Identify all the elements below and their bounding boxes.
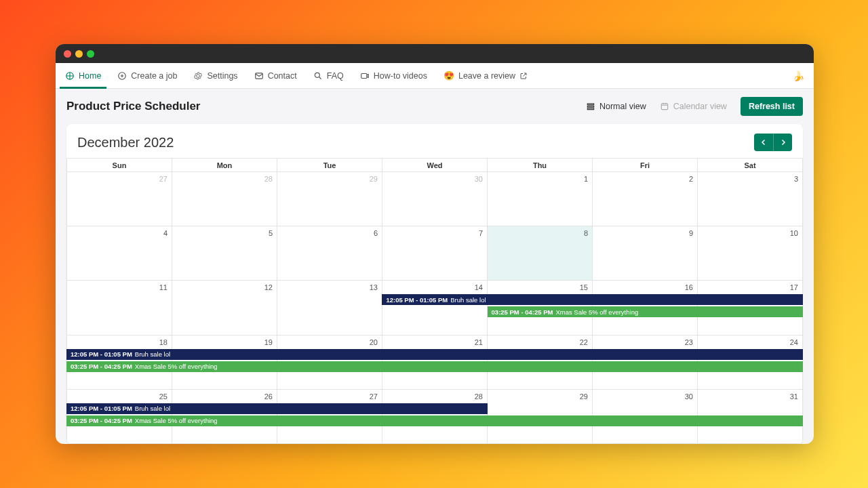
day-number: 14 (475, 283, 483, 291)
close-icon[interactable] (64, 50, 71, 58)
day-number: 29 (370, 175, 378, 183)
view-calendar[interactable]: Calendar view (660, 102, 727, 111)
navbar: Home Create a job Settings Contact FAQ (56, 63, 814, 89)
day-number: 17 (790, 283, 798, 291)
nav-create[interactable]: Create a job (117, 63, 177, 88)
day-number: 28 (264, 175, 273, 183)
page-title: Product Price Scheduler (66, 100, 579, 113)
event-time: 12:05 PM - 01:05 PM (386, 296, 448, 304)
calendar-cell[interactable]: 12 (172, 281, 277, 334)
svg-rect-6 (587, 106, 593, 107)
calendar-event[interactable]: 12:05 PM - 01:05 PMBruh sale lol (66, 349, 803, 360)
nav-settings-label: Settings (207, 71, 237, 81)
calendar-event[interactable]: 03:25 PM - 04:25 PMXmas Sale 5% off ever… (488, 306, 803, 317)
calendar-cell[interactable]: 4 (66, 226, 172, 280)
dow-header: Wed (382, 159, 488, 172)
view-normal[interactable]: Normal view (586, 102, 646, 111)
calendar-cell[interactable]: 9 (593, 226, 698, 280)
day-number: 20 (370, 338, 378, 346)
nav-faq-label: FAQ (327, 71, 344, 81)
dow-header: Tue (277, 159, 382, 172)
day-number: 22 (580, 338, 588, 346)
chevron-right-icon (779, 138, 787, 146)
dow-header: Sat (698, 159, 803, 172)
day-number: 31 (790, 392, 798, 401)
refresh-button[interactable]: Refresh list (741, 97, 803, 116)
mail-icon (254, 71, 264, 81)
event-title: Xmas Sale 5% off everything (555, 308, 638, 316)
day-number: 2 (689, 175, 693, 183)
calendar-cell[interactable]: 10 (698, 226, 803, 280)
dow-header: Sun (66, 159, 172, 172)
day-number: 15 (580, 283, 588, 291)
calendar-cell[interactable]: 2 (593, 172, 698, 226)
prev-month-button[interactable] (754, 134, 773, 151)
event-title: Bruh sale lol (135, 350, 170, 358)
gear-icon (193, 71, 203, 81)
nav-review-label: Leave a review (458, 71, 515, 81)
dow-header: Thu (488, 159, 593, 172)
titlebar (56, 44, 814, 63)
calendar-event[interactable]: 03:25 PM - 04:25 PMXmas Sale 5% off ever… (66, 361, 803, 372)
calendar-cell[interactable]: 13 (277, 281, 382, 334)
nav-review[interactable]: 😍 Leave a review (443, 63, 528, 88)
event-time: 03:25 PM - 04:25 PM (71, 417, 132, 424)
calendar-cell[interactable]: 29 (277, 172, 382, 226)
video-icon (360, 71, 370, 81)
calendar-cell[interactable]: 5 (172, 226, 277, 280)
calendar-cell[interactable]: 14 (382, 281, 488, 334)
calendar-week: 45678910 (66, 226, 803, 281)
calendar-cell[interactable]: 6 (277, 226, 382, 280)
calendar-cell[interactable]: 7 (382, 226, 488, 280)
event-time: 03:25 PM - 04:25 PM (71, 363, 132, 370)
calendar-card: December 2022 SunMonTueWedThuFriSat 2728… (66, 124, 803, 444)
day-number: 1 (584, 175, 588, 183)
view-normal-label: Normal view (599, 102, 646, 111)
calendar-cell[interactable]: 11 (66, 281, 172, 334)
nav-howto[interactable]: How-to videos (360, 63, 427, 88)
calendar-cell[interactable]: 3 (698, 172, 803, 226)
app-window: Home Create a job Settings Contact FAQ (56, 44, 814, 444)
banana-icon[interactable]: 🍌 (793, 70, 804, 81)
day-number: 25 (159, 392, 167, 401)
svg-rect-4 (361, 73, 366, 78)
next-month-button[interactable] (773, 134, 792, 151)
event-title: Xmas Sale 5% off everything (135, 363, 218, 370)
day-number: 24 (790, 338, 798, 346)
external-link-icon (519, 72, 528, 80)
calendar-event[interactable]: 12:05 PM - 01:05 PMBruh sale lol (66, 403, 488, 414)
day-number: 19 (264, 338, 273, 346)
nav-home[interactable]: Home (65, 63, 101, 88)
svg-rect-8 (661, 104, 667, 110)
list-icon (586, 102, 595, 111)
nav-contact[interactable]: Contact (254, 63, 297, 88)
nav-faq[interactable]: FAQ (313, 63, 344, 88)
month-nav (754, 134, 792, 151)
day-number: 7 (479, 229, 483, 237)
day-number: 10 (790, 229, 798, 237)
nav-settings[interactable]: Settings (193, 63, 237, 88)
day-number: 27 (159, 175, 167, 183)
svg-rect-5 (587, 104, 593, 105)
calendar-event[interactable]: 12:05 PM - 01:05 PMBruh sale lol (382, 294, 803, 305)
search-icon (313, 71, 323, 81)
nav-howto-label: How-to videos (374, 71, 427, 81)
day-number: 26 (264, 392, 273, 401)
plus-circle-icon (117, 71, 127, 81)
calendar-cell[interactable]: 8 (488, 226, 593, 280)
calendar-cell[interactable]: 28 (172, 172, 277, 226)
event-title: Bruh sale lol (450, 296, 486, 304)
calendar-cell[interactable]: 30 (382, 172, 488, 226)
calendar-cell[interactable]: 1 (488, 172, 593, 226)
minimize-icon[interactable] (75, 50, 83, 58)
day-number: 28 (475, 392, 483, 401)
day-number: 6 (374, 229, 378, 237)
dow-header: Fri (593, 159, 698, 172)
maximize-icon[interactable] (87, 50, 94, 58)
calendar-cell[interactable]: 27 (66, 172, 172, 226)
nav-contact-label: Contact (268, 71, 297, 81)
day-number: 29 (580, 392, 588, 401)
event-title: Bruh sale lol (135, 405, 170, 412)
day-number: 21 (475, 338, 483, 346)
calendar-event[interactable]: 03:25 PM - 04:25 PMXmas Sale 5% off ever… (66, 415, 803, 426)
